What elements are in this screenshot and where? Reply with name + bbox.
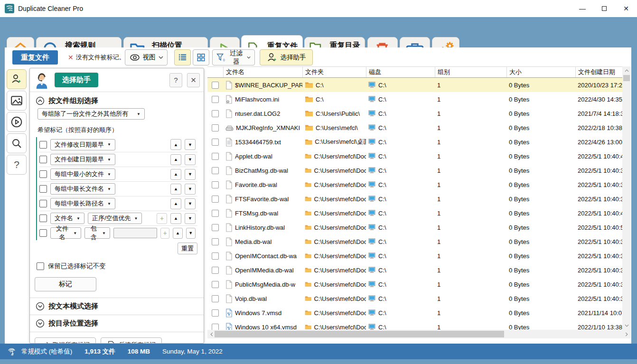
- move-down-button[interactable]: ▼: [186, 228, 196, 239]
- maximize-button[interactable]: [593, 0, 615, 17]
- table-row[interactable]: BizChatMsg.db-wal C:\Users\mefcl\Docume …: [207, 163, 631, 177]
- move-up-button[interactable]: ▲: [170, 184, 181, 195]
- reset-button[interactable]: 重置: [178, 243, 197, 254]
- table-row[interactable]: FTSFavorite.db-wal C:\Users\mefcl\Docume…: [207, 192, 631, 206]
- row-checkbox[interactable]: [212, 210, 219, 217]
- move-up-button[interactable]: ▲: [170, 154, 181, 165]
- move-up-button[interactable]: ▲: [170, 198, 181, 209]
- criteria-checkbox[interactable]: [39, 170, 47, 178]
- table-row[interactable]: Media.db-wal C:\Users\mefcl\Docume C:\ 1…: [207, 234, 631, 249]
- table-row[interactable]: 15334464759.txt C:\Users\mefcl\桌面\ C:\ 1…: [207, 135, 631, 149]
- sidebar-selection-assistant[interactable]: [7, 69, 27, 89]
- table-row[interactable]: FTSMsg.db-wal C:\Users\mefcl\Docume C:\ …: [207, 206, 631, 220]
- invert-all-button[interactable]: 反选所有标记: [101, 337, 162, 344]
- move-down-button[interactable]: ▼: [185, 154, 196, 165]
- column-folder[interactable]: 文件夹: [302, 67, 366, 77]
- scroll-right-icon[interactable]: [622, 330, 631, 338]
- view-dropdown[interactable]: 视图: [125, 49, 168, 65]
- criteria-dropdown[interactable]: 文件创建日期最早▼: [50, 154, 115, 165]
- table-row[interactable]: $WINRE_BACKUP_PAR C:\ C:\ 1 0 Bytes 2020…: [207, 78, 631, 92]
- sidebar-search[interactable]: [7, 133, 27, 153]
- column-created[interactable]: 文件创建日期: [575, 67, 622, 77]
- row-checkbox[interactable]: [212, 82, 219, 89]
- row-checkbox[interactable]: [212, 252, 219, 260]
- assistant-close-button[interactable]: ✕: [187, 73, 200, 87]
- move-up-button[interactable]: ▲: [170, 169, 181, 180]
- row-checkbox[interactable]: [212, 267, 219, 274]
- row-checkbox[interactable]: [212, 167, 219, 174]
- criteria-dropdown[interactable]: 每组中最长路径名▼: [50, 198, 115, 209]
- mark-button[interactable]: 标记: [35, 277, 96, 291]
- table-row[interactable]: Applet.db-wal C:\Users\mefcl\Docume C:\ …: [207, 149, 631, 163]
- vertical-scrollbar[interactable]: [622, 66, 631, 330]
- column-size[interactable]: 大小: [506, 67, 575, 77]
- table-row[interactable]: MiFlashvcom.ini C:\ C:\ 1 0 Bytes 2022/4…: [207, 92, 631, 106]
- close-button[interactable]: ✕: [615, 0, 637, 17]
- column-group[interactable]: 组别: [435, 67, 506, 77]
- criteria-checkbox[interactable]: [39, 141, 47, 149]
- rule-op-dropdown[interactable]: 正序/空值优先▼: [88, 213, 142, 224]
- table-row[interactable]: Voip.db-wal C:\Users\mefcl\Docume C:\ 1 …: [207, 291, 631, 306]
- horizontal-scrollbar[interactable]: [207, 330, 631, 338]
- table-row[interactable]: Windows 10 x64.vmsd C:\Users\mefcl\Docum…: [207, 320, 631, 330]
- row-checkbox[interactable]: [212, 124, 219, 131]
- move-down-button[interactable]: ▼: [185, 184, 196, 195]
- move-down-button[interactable]: ▼: [185, 213, 196, 224]
- location-section-header[interactable]: 按目录位置选择: [30, 315, 204, 332]
- keep-marks-checkbox[interactable]: [37, 262, 44, 270]
- sidebar-media-preview[interactable]: [7, 112, 27, 132]
- rule-field-dropdown[interactable]: 文件名▼: [50, 213, 84, 224]
- selection-assistant-button[interactable]: 选择助手: [260, 49, 313, 65]
- list-view-button[interactable]: [174, 49, 191, 65]
- group-mode-dropdown[interactable]: 每组除了一份文件之外其他所有 ▼: [37, 108, 145, 120]
- add-rule-button[interactable]: +: [160, 228, 169, 239]
- table-row[interactable]: LinkHistory.db-wal C:\Users\mefcl\Docume…: [207, 220, 631, 234]
- duplicate-files-mode-button[interactable]: 重复文件: [12, 50, 58, 65]
- unmark-all-button[interactable]: 取消所有标记: [35, 337, 96, 344]
- move-down-button[interactable]: ▼: [185, 198, 196, 209]
- vertical-scroll-thumb[interactable]: [623, 75, 630, 81]
- row-checkbox[interactable]: [212, 224, 219, 231]
- criteria-dropdown[interactable]: 每组中最长文件名▼: [50, 183, 115, 195]
- row-checkbox[interactable]: [212, 181, 219, 188]
- filter-dropdown[interactable]: 0 过滤器: [212, 49, 255, 65]
- rule-checkbox[interactable]: [39, 215, 47, 222]
- text-pattern-section-header[interactable]: 按文本模式选择: [30, 298, 204, 315]
- sidebar-image-view[interactable]: [7, 91, 27, 111]
- row-checkbox[interactable]: [212, 96, 219, 103]
- row-checkbox[interactable]: [212, 309, 219, 317]
- move-up-button[interactable]: ▲: [170, 139, 181, 150]
- criteria-checkbox[interactable]: [39, 185, 47, 193]
- move-down-button[interactable]: ▼: [185, 169, 196, 180]
- criteria-dropdown[interactable]: 文件修改日期最早▼: [50, 139, 115, 150]
- row-checkbox[interactable]: [212, 139, 219, 146]
- group-section-header[interactable]: 按文件组别选择: [30, 92, 204, 107]
- column-drive[interactable]: 磁盘: [366, 67, 435, 77]
- table-row[interactable]: Windows 7.vmsd C:\Users\mefcl\Docume C:\…: [207, 306, 631, 320]
- criteria-dropdown[interactable]: 每组中最小的文件▼: [50, 168, 115, 180]
- add-rule-button[interactable]: +: [157, 213, 167, 224]
- rule-field-dropdown[interactable]: 文件名▼: [50, 227, 81, 239]
- criteria-checkbox[interactable]: [39, 200, 47, 207]
- assistant-help-button[interactable]: ?: [169, 73, 182, 87]
- criteria-checkbox[interactable]: [39, 156, 47, 163]
- table-row[interactable]: ntuser.dat.LOG2 C:\Users\Public\ C:\ 1 0…: [207, 106, 631, 121]
- column-filename[interactable]: 文件名: [223, 67, 302, 77]
- table-row[interactable]: OpenIMContact.db-wa C:\Users\mefcl\Docum…: [207, 249, 631, 263]
- scroll-up-icon[interactable]: [622, 66, 631, 75]
- scroll-down-icon[interactable]: [622, 321, 631, 330]
- row-checkbox[interactable]: [212, 196, 219, 203]
- move-down-button[interactable]: ▼: [185, 139, 196, 150]
- row-checkbox[interactable]: [212, 153, 219, 160]
- row-checkbox[interactable]: [212, 295, 219, 302]
- move-up-button[interactable]: ▲: [173, 228, 182, 239]
- row-checkbox[interactable]: [212, 324, 219, 331]
- rule-op-dropdown[interactable]: 包含▼: [84, 227, 110, 239]
- table-row[interactable]: PublicMsgMedia.db-w C:\Users\mefcl\Docum…: [207, 277, 631, 291]
- row-checkbox[interactable]: [212, 238, 219, 245]
- row-checkbox[interactable]: [212, 110, 219, 117]
- grid-view-button[interactable]: [193, 49, 209, 65]
- table-row[interactable]: Favorite.db-wal C:\Users\mefcl\Docume C:…: [207, 177, 631, 192]
- minimize-button[interactable]: —: [571, 0, 593, 17]
- contains-input[interactable]: [113, 228, 157, 238]
